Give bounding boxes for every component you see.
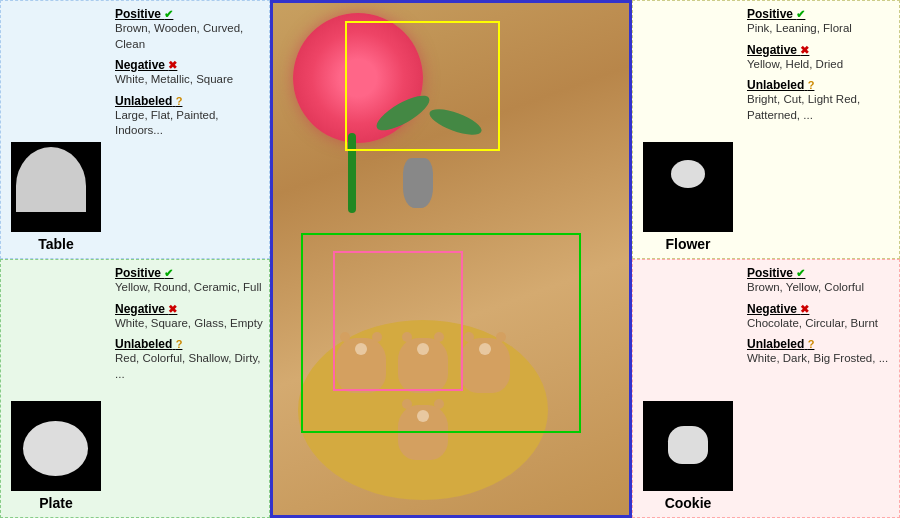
cross-icon: ✖	[168, 59, 177, 71]
plate-negative-title: Negative ✖	[115, 302, 177, 316]
table-positive-title: Positive ✔	[115, 7, 173, 21]
question-icon: ?	[176, 338, 183, 350]
flower-label: Flower	[665, 236, 710, 252]
check-icon: ✔	[164, 8, 173, 20]
plate-content: Positive ✔ Yellow, Round, Ceramic, Full …	[111, 260, 269, 517]
table-negative-section: Negative ✖ White, Metallic, Square	[115, 58, 263, 88]
cookie-label: Cookie	[665, 495, 712, 511]
flower-positive-section: Positive ✔ Pink, Leaning, Floral	[747, 7, 893, 37]
vase-visual	[403, 158, 433, 208]
table-negative-title: Negative ✖	[115, 58, 177, 72]
flower-negative-section: Negative ✖ Yellow, Held, Dried	[747, 43, 893, 73]
cookie-thumbnail	[643, 401, 733, 491]
left-column: Table Positive ✔ Brown, Wooden, Curved, …	[0, 0, 270, 518]
cross-icon: ✖	[800, 303, 809, 315]
plate-positive-section: Positive ✔ Yellow, Round, Ceramic, Full	[115, 266, 263, 296]
cookie-negative-section: Negative ✖ Chocolate, Circular, Burnt	[747, 302, 893, 332]
table-unlabeled-values: Large, Flat, Painted, Indoors...	[115, 108, 263, 139]
plate-unlabeled-values: Red, Colorful, Shallow, Dirty, ...	[115, 351, 263, 382]
flower-content: Positive ✔ Pink, Leaning, Floral Negativ…	[743, 1, 899, 258]
table-positive-section: Positive ✔ Brown, Wooden, Curved, Clean	[115, 7, 263, 52]
plate-positive-values: Yellow, Round, Ceramic, Full	[115, 280, 263, 296]
flower-unlabeled-section: Unlabeled ? Bright, Cut, Light Red, Patt…	[747, 78, 893, 123]
cookie-unlabeled-values: White, Dark, Big Frosted, ...	[747, 351, 893, 367]
cookie-content: Positive ✔ Brown, Yellow, Colorful Negat…	[743, 260, 899, 517]
panel-flower: Flower Positive ✔ Pink, Leaning, Floral …	[632, 0, 900, 259]
question-icon: ?	[176, 95, 183, 107]
flower-thumbnail	[643, 142, 733, 232]
plate-negative-values: White, Square, Glass, Empty	[115, 316, 263, 332]
cookie-unlabeled-title: Unlabeled ?	[747, 337, 814, 351]
table-thumbnail	[11, 142, 101, 232]
table-unlabeled-section: Unlabeled ? Large, Flat, Painted, Indoor…	[115, 94, 263, 139]
cookie-positive-section: Positive ✔ Brown, Yellow, Colorful	[747, 266, 893, 296]
flower-positive-values: Pink, Leaning, Floral	[747, 21, 893, 37]
plate-thumbnail	[11, 401, 101, 491]
plate-label: Plate	[39, 495, 72, 511]
cross-icon: ✖	[800, 44, 809, 56]
table-content: Positive ✔ Brown, Wooden, Curved, Clean …	[111, 1, 269, 258]
cookie-positive-values: Brown, Yellow, Colorful	[747, 280, 893, 296]
table-label: Table	[38, 236, 74, 252]
flower-unlabeled-title: Unlabeled ?	[747, 78, 814, 92]
cookie-positive-title: Positive ✔	[747, 266, 805, 280]
flower-bounding-box	[345, 21, 500, 151]
check-icon: ✔	[796, 267, 805, 279]
table-negative-values: White, Metallic, Square	[115, 72, 263, 88]
plate-unlabeled-title: Unlabeled ?	[115, 337, 182, 351]
check-icon: ✔	[796, 8, 805, 20]
plate-positive-title: Positive ✔	[115, 266, 173, 280]
table-image-area: Table	[1, 1, 111, 258]
plate-negative-section: Negative ✖ White, Square, Glass, Empty	[115, 302, 263, 332]
cookie-negative-values: Chocolate, Circular, Burnt	[747, 316, 893, 332]
panel-plate: Plate Positive ✔ Yellow, Round, Ceramic,…	[0, 259, 270, 518]
right-column: Flower Positive ✔ Pink, Leaning, Floral …	[632, 0, 900, 518]
question-icon: ?	[808, 338, 815, 350]
cross-icon: ✖	[168, 303, 177, 315]
table-unlabeled-title: Unlabeled ?	[115, 94, 182, 108]
plate-image-area: Plate	[1, 260, 111, 517]
panel-table: Table Positive ✔ Brown, Wooden, Curved, …	[0, 0, 270, 259]
flower-positive-title: Positive ✔	[747, 7, 805, 21]
flower-unlabeled-values: Bright, Cut, Light Red, Patterned, ...	[747, 92, 893, 123]
panel-cookie: Cookie Positive ✔ Brown, Yellow, Colorfu…	[632, 259, 900, 518]
cookie-image-area: Cookie	[633, 260, 743, 517]
cookie-unlabeled-section: Unlabeled ? White, Dark, Big Frosted, ..…	[747, 337, 893, 367]
check-icon: ✔	[164, 267, 173, 279]
flower-negative-title: Negative ✖	[747, 43, 809, 57]
question-icon: ?	[808, 79, 815, 91]
cookie-negative-title: Negative ✖	[747, 302, 809, 316]
flower-negative-values: Yellow, Held, Dried	[747, 57, 893, 73]
plate-unlabeled-section: Unlabeled ? Red, Colorful, Shallow, Dirt…	[115, 337, 263, 382]
flower-image-area: Flower	[633, 1, 743, 258]
main-photo	[273, 3, 629, 515]
cookie-bounding-box	[333, 251, 463, 391]
table-positive-values: Brown, Wooden, Curved, Clean	[115, 21, 263, 52]
center-image-panel	[270, 0, 632, 518]
